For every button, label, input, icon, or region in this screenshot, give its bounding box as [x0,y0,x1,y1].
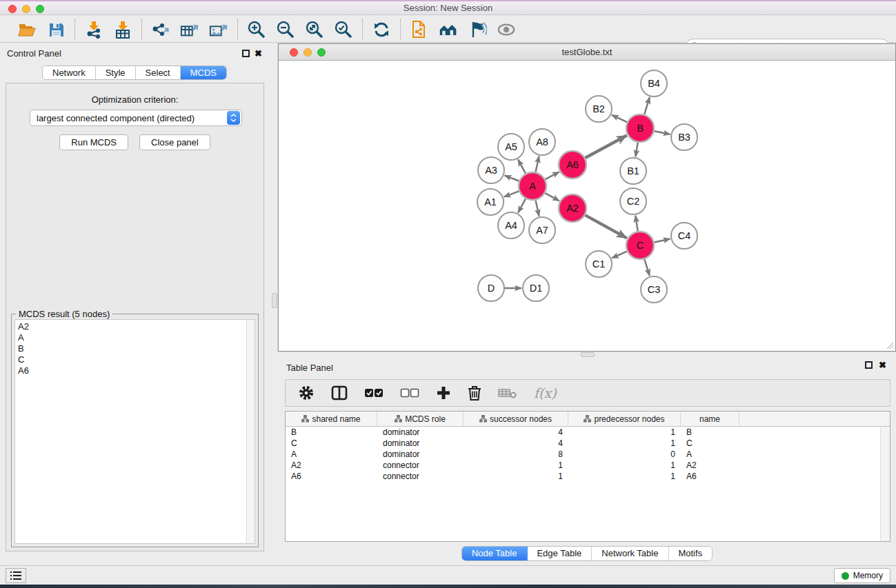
node-D[interactable]: D [478,275,504,301]
node-B1[interactable]: B1 [620,158,646,184]
open-file-icon[interactable] [17,20,37,39]
column-header-predecessor-nodes[interactable]: predecessor nodes [568,412,681,426]
tab-mcds[interactable]: MCDS [181,66,226,79]
mcds-result-item[interactable]: C [18,354,246,365]
mcds-result-item[interactable]: B [18,343,246,354]
node-D1[interactable]: D1 [523,275,549,301]
node-A3[interactable]: A3 [478,157,504,183]
edge-B-B3[interactable] [655,131,670,134]
memory-button[interactable]: Memory [834,568,890,583]
run-mcds-button[interactable]: Run MCDS [59,134,128,150]
node-C[interactable]: C [626,232,654,259]
edge-C-C2[interactable] [635,216,638,232]
edge-C-C4[interactable] [655,239,670,242]
edge-B-B4[interactable] [644,97,650,114]
close-panel-button[interactable]: Close panel [139,134,210,150]
node-C3[interactable]: C3 [641,276,667,303]
edge-A-A2[interactable] [545,193,559,201]
node-B3[interactable]: B3 [671,124,697,150]
node-C1[interactable]: C1 [586,251,612,277]
export-table-icon[interactable] [180,20,199,39]
column-header-shared-name[interactable]: shared name [286,412,377,426]
delete-column-icon[interactable] [468,385,481,401]
table-row[interactable]: Cdominator41C [286,438,880,449]
table-row[interactable]: A2connector11A2 [286,460,880,471]
node-A2[interactable]: A2 [559,194,586,222]
node-A8[interactable]: A8 [529,129,555,155]
network-close-button[interactable] [290,48,298,57]
table-scrollbar[interactable] [880,427,890,541]
import-network-icon[interactable] [84,20,103,39]
network-window-titlebar[interactable]: testGlobe.txt [279,44,895,61]
node-C4[interactable]: C4 [671,223,697,249]
close-window-button[interactable] [8,5,17,13]
tab-network-table[interactable]: Network Table [592,547,668,560]
column-layout-icon[interactable] [331,385,348,401]
export-image-icon[interactable] [209,20,228,39]
mcds-result-item[interactable]: A6 [18,365,246,376]
node-A5[interactable]: A5 [498,134,524,160]
zoom-window-button[interactable] [36,5,44,13]
minimize-window-button[interactable] [22,5,30,13]
table-float-panel-icon[interactable] [865,361,873,369]
edge-B-B2[interactable] [612,115,627,122]
window-resize-grip[interactable] [884,340,894,349]
edge-A-A7[interactable] [535,201,539,216]
zoom-out-icon[interactable] [276,20,295,39]
edge-A-A4[interactable] [518,199,526,212]
edge-A-A6[interactable] [546,172,559,179]
tab-style[interactable]: Style [96,66,136,79]
import-table-icon[interactable] [113,20,132,39]
hide-graphics-details-icon[interactable] [468,20,487,39]
node-A4[interactable]: A4 [498,212,524,239]
zoom-in-icon[interactable] [247,20,266,39]
edge-C-C1[interactable] [612,252,627,258]
edge-C-C3[interactable] [644,259,649,276]
table-row[interactable]: A6connector11A6 [286,471,880,482]
save-session-icon[interactable] [46,20,66,39]
edge-A-A1[interactable] [504,191,519,196]
criterion-dropdown[interactable]: largest connected component (directed) [30,110,242,126]
zoom-selected-icon[interactable] [334,20,353,39]
vertical-split-handle[interactable] [272,293,277,308]
node-B2[interactable]: B2 [586,96,612,122]
column-header-successor-nodes[interactable]: successor nodes [464,412,568,426]
mcds-result-item[interactable]: A2 [18,321,246,332]
tab-motifs[interactable]: Motifs [668,547,712,560]
mcds-result-item[interactable]: A [18,332,246,343]
network-minimize-button[interactable] [303,48,312,57]
node-B[interactable]: B [626,114,654,142]
node-A[interactable]: A [519,172,546,200]
tab-network[interactable]: Network [43,66,96,79]
edge-B-B1[interactable] [635,143,637,157]
node-A6[interactable]: A6 [559,151,586,179]
open-session-from-file-icon[interactable] [410,20,429,39]
home-views-icon[interactable] [439,20,458,39]
select-all-icon[interactable] [364,388,384,398]
table-settings-icon[interactable] [298,385,315,401]
edge-A-A8[interactable] [535,156,539,172]
add-column-icon[interactable] [436,385,451,401]
network-zoom-button[interactable] [317,48,326,57]
tab-node-table[interactable]: Node Table [462,547,528,560]
node-B4[interactable]: B4 [641,70,667,97]
task-history-button[interactable] [6,568,26,583]
node-A1[interactable]: A1 [477,189,504,215]
edge-A-A5[interactable] [518,159,526,173]
close-panel-icon[interactable]: ✖ [255,48,262,59]
edge-A6-B[interactable] [585,135,626,158]
export-network-icon[interactable] [151,20,170,39]
show-graphics-details-icon[interactable] [497,20,516,39]
node-A7[interactable]: A7 [529,217,555,243]
node-C2[interactable]: C2 [620,188,646,214]
column-header-mcds-role[interactable]: MCDS role [377,412,464,426]
table-row[interactable]: Adominator80A [286,449,880,460]
edge-A2-C[interactable] [585,215,626,238]
network-canvas[interactable]: B4B2BB3A8A5A6A3B1AC2A1A2A4A7C4CC1C3DD1 [279,61,895,351]
refresh-icon[interactable] [372,20,391,39]
mcds-result-scrollbar[interactable] [246,320,255,543]
table-close-panel-icon[interactable]: ✖ [879,360,886,370]
tab-select[interactable]: Select [136,66,181,79]
deselect-all-icon[interactable] [400,388,419,398]
edge-A-A3[interactable] [505,176,519,181]
